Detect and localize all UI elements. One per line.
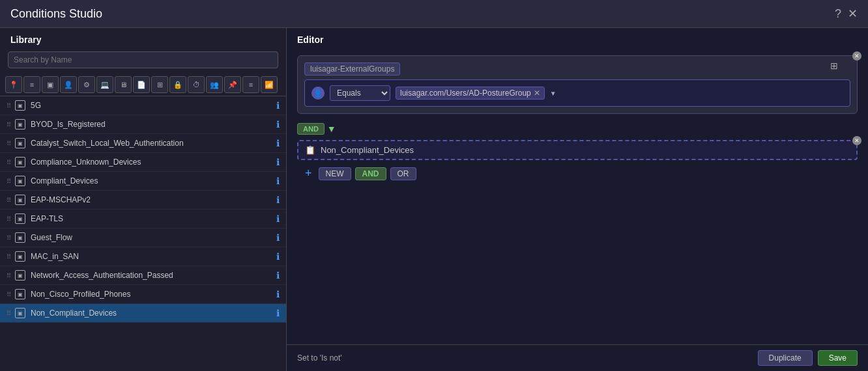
tag-close-icon[interactable]: ✕ <box>534 89 540 98</box>
filter-laptop-icon[interactable]: 💻 <box>96 76 113 93</box>
item-info-icon[interactable]: ℹ <box>276 157 280 167</box>
item-info-icon[interactable]: ℹ <box>276 251 280 262</box>
filter-pin-icon[interactable]: 📌 <box>224 76 241 93</box>
item-icon: ▣ <box>15 119 25 130</box>
filter-monitor-icon[interactable]: 🖥 <box>115 76 132 93</box>
search-bar <box>0 49 286 74</box>
item-name: Non_Cisco_Profiled_Phones <box>31 290 274 299</box>
conditions-studio-modal: Conditions Studio ? ✕ Library 📍 ≡ ▣ 👤 ⚙ … <box>0 0 868 371</box>
grid-icon[interactable]: ⊞ <box>830 61 838 71</box>
filter-bars-icon[interactable]: ≡ <box>242 76 259 93</box>
search-input[interactable] <box>8 51 278 68</box>
condition-name-tag: luisagar-ExternalGroups <box>304 62 400 76</box>
and-button[interactable]: AND <box>355 167 386 180</box>
list-item[interactable]: ⠿ ▣ MAC_in_SAN ℹ <box>0 247 286 266</box>
item-info-icon[interactable]: ℹ <box>276 308 280 318</box>
list-item[interactable]: ⠿ ▣ Network_Access_Authentication_Passed… <box>0 266 286 285</box>
filter-location-icon[interactable]: 📍 <box>5 76 22 93</box>
item-info-icon[interactable]: ℹ <box>276 176 280 186</box>
item-info-icon[interactable]: ℹ <box>276 213 280 224</box>
add-row: + NEW AND OR <box>297 163 858 184</box>
drag-handle-icon: ⠿ <box>7 253 11 260</box>
filter-gear-icon[interactable]: ⚙ <box>78 76 95 93</box>
save-button[interactable]: Save <box>818 350 858 366</box>
list-item[interactable]: ⠿ ▣ Non_Cisco_Profiled_Phones ℹ <box>0 285 286 304</box>
item-icon: ▣ <box>15 308 25 318</box>
drag-handle-icon: ⠿ <box>7 159 11 166</box>
tag-value: luisagar.com/Users/AD-PostureGroup ✕ <box>396 87 545 100</box>
item-icon: ▣ <box>15 138 25 148</box>
drag-handle-icon: ⠿ <box>7 234 11 241</box>
item-name: Guest_Flow <box>31 233 274 242</box>
clear-nc-icon[interactable]: ✕ <box>852 136 861 145</box>
item-info-icon[interactable]: ℹ <box>276 138 280 148</box>
help-icon[interactable]: ? <box>835 7 841 21</box>
list-item[interactable]: ⠿ ▣ Compliant_Devices ℹ <box>0 172 286 191</box>
icon-toolbar: 📍 ≡ ▣ 👤 ⚙ 💻 🖥 📄 ⊞ 🔒 ⏱ 👥 📌 ≡ 📶 <box>0 74 286 96</box>
drag-handle-icon: ⠿ <box>7 272 11 279</box>
item-name: Network_Access_Authentication_Passed <box>31 271 274 280</box>
list-item[interactable]: ⠿ ▣ 5G ℹ <box>0 96 286 115</box>
filter-group-icon[interactable]: 👥 <box>206 76 223 93</box>
filter-square-icon[interactable]: ▣ <box>42 76 59 93</box>
editor-footer: Set to 'Is not' Duplicate Save <box>287 344 868 371</box>
modal-title: Conditions Studio <box>10 7 102 21</box>
drag-handle-icon: ⠿ <box>7 310 11 317</box>
item-icon: ▣ <box>15 157 25 167</box>
item-info-icon[interactable]: ℹ <box>276 289 280 299</box>
list-item[interactable]: ⠿ ▣ BYOD_Is_Registered ℹ <box>0 115 286 134</box>
library-title: Library <box>0 28 286 49</box>
item-info-icon[interactable]: ℹ <box>276 270 280 281</box>
item-icon: ▣ <box>15 176 25 186</box>
and-label[interactable]: AND <box>297 123 325 135</box>
filter-grid-icon[interactable]: ⊞ <box>151 76 168 93</box>
footer-actions: Duplicate Save <box>758 350 858 366</box>
clear-outer-icon[interactable]: ✕ <box>852 51 861 61</box>
nc-icon: 📋 <box>305 145 315 155</box>
item-info-icon[interactable]: ℹ <box>276 100 280 111</box>
filter-user-icon[interactable]: 👤 <box>60 76 77 93</box>
non-compliant-block: 📋 Non_Compliant_Devices <box>297 140 858 160</box>
item-icon: ▣ <box>15 195 25 205</box>
item-icon: ▣ <box>15 232 25 243</box>
filter-key-icon[interactable]: ⏱ <box>188 76 205 93</box>
list-item[interactable]: ⠿ ▣ Compliance_Unknown_Devices ℹ <box>0 153 286 172</box>
modal-header: Conditions Studio ? ✕ <box>0 0 868 28</box>
set-to-text: Set to 'Is not' <box>297 353 342 363</box>
item-icon: ▣ <box>15 251 25 262</box>
new-button[interactable]: NEW <box>319 167 351 180</box>
filter-doc-icon[interactable]: 📄 <box>133 76 150 93</box>
tag-dropdown-icon[interactable]: ▼ <box>550 90 557 97</box>
drag-handle-icon: ⠿ <box>7 178 11 185</box>
equals-select[interactable]: Equals Not Equals Contains <box>330 85 390 101</box>
item-name: MAC_in_SAN <box>31 252 274 261</box>
list-item[interactable]: ⠿ ▣ Guest_Flow ℹ <box>0 228 286 247</box>
duplicate-button[interactable]: Duplicate <box>758 350 813 366</box>
item-name: Catalyst_Switch_Local_Web_Authentication <box>31 139 274 148</box>
list-item[interactable]: ⠿ ▣ EAP-MSCHAPv2 ℹ <box>0 191 286 210</box>
filter-lock-icon[interactable]: 🔒 <box>169 76 186 93</box>
item-name: EAP-TLS <box>31 214 274 223</box>
nc-block-outer: ✕ 📋 Non_Compliant_Devices <box>297 140 858 160</box>
editor-panel: Editor ⊞ ✕ luisagar-ExternalGroups 👤 <box>287 28 868 371</box>
item-icon: ▣ <box>15 270 25 281</box>
list-item[interactable]: ⠿ ▣ Catalyst_Switch_Local_Web_Authentica… <box>0 134 286 153</box>
list-item[interactable]: ⠿ ▣ EAP-TLS ℹ <box>0 210 286 228</box>
item-name: Compliant_Devices <box>31 176 274 186</box>
list-item[interactable]: ⠿ ▣ Non_Compliant_Devices ℹ <box>0 304 286 323</box>
drag-handle-icon: ⠿ <box>7 197 11 204</box>
item-icon: ▣ <box>15 289 25 299</box>
add-plus-button[interactable]: + <box>302 167 315 180</box>
filter-wifi-icon[interactable]: 📶 <box>261 76 278 93</box>
item-info-icon[interactable]: ℹ <box>276 232 280 243</box>
drag-handle-icon: ⠿ <box>7 121 11 128</box>
outer-condition-block: ⊞ ✕ luisagar-ExternalGroups 👤 Equals N <box>297 55 858 114</box>
filter-list-icon[interactable]: ≡ <box>23 76 40 93</box>
close-icon[interactable]: ✕ <box>848 7 858 21</box>
item-name: 5G <box>31 101 274 110</box>
or-button[interactable]: OR <box>390 167 416 180</box>
editor-content: ⊞ ✕ luisagar-ExternalGroups 👤 Equals N <box>287 49 868 344</box>
item-name: BYOD_Is_Registered <box>31 120 274 129</box>
item-info-icon[interactable]: ℹ <box>276 195 280 205</box>
item-info-icon[interactable]: ℹ <box>276 119 280 130</box>
